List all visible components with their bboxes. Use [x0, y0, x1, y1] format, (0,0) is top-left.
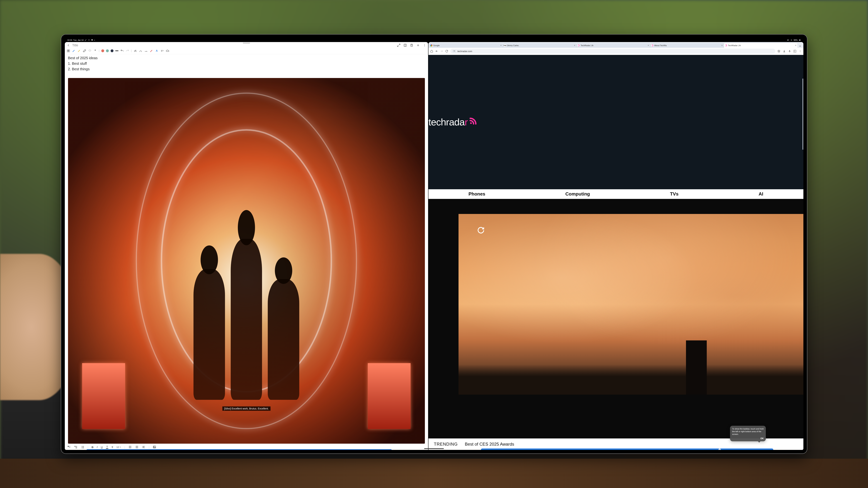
nav-forward-icon[interactable] [440, 50, 443, 53]
bop-favicon-icon: bop [504, 44, 506, 46]
close-tab-icon[interactable]: × [648, 44, 649, 47]
svg-point-15 [424, 46, 425, 46]
taskbar-knob[interactable] [718, 449, 721, 450]
reload-icon[interactable] [445, 50, 448, 53]
autofont-icon[interactable] [155, 49, 159, 53]
ai-tool-icon[interactable] [93, 49, 97, 53]
italic-button[interactable]: I [97, 446, 97, 449]
pen-tool-icon[interactable] [72, 49, 75, 53]
convert-text-icon[interactable] [160, 49, 164, 53]
note-text[interactable]: Best of 2025 ideas 1. Best stuff 2. Best… [68, 55, 425, 72]
checklist-icon[interactable] [67, 445, 71, 449]
highlighter-tool-icon[interactable] [77, 49, 81, 53]
svg-line-5 [397, 45, 399, 47]
close-tab-icon[interactable]: × [500, 44, 502, 47]
hero-media: TRENDING Best of CES 2025 Awards [429, 199, 803, 450]
reading-mode-icon[interactable] [403, 43, 407, 47]
browser-app: Google × bop Jimmy Carter, × TechRadar |… [429, 42, 803, 450]
note-line-1: Best of 2025 ideas [68, 55, 425, 61]
svg-rect-42 [153, 446, 156, 448]
nav-phones[interactable]: Phones [469, 191, 485, 197]
color-coral[interactable] [101, 50, 104, 52]
tab-jimmy-carter[interactable]: bop Jimmy Carter, × [503, 43, 577, 48]
techradar-favicon-icon [725, 44, 727, 46]
rss-icon [469, 117, 478, 128]
download-icon[interactable] [783, 50, 786, 53]
lasso-tool-icon[interactable] [88, 49, 92, 53]
text-format-toolbar: 1 | B I U T T 12 | | [65, 444, 428, 450]
underline-button[interactable]: U [101, 446, 103, 449]
techradar-logo[interactable]: techradar [429, 117, 478, 128]
tab-google[interactable]: Google × [429, 43, 503, 48]
align-icon[interactable] [142, 445, 146, 449]
cloud-icon [91, 39, 93, 41]
tablet-frame: 10:24 Tue, Jan 14 • 98% Title [61, 34, 807, 454]
background-icon[interactable] [153, 445, 156, 449]
close-tab-icon[interactable]: × [795, 44, 796, 47]
numbered-list-icon[interactable]: 1 [74, 445, 78, 449]
nav-tvs[interactable]: TVs [670, 191, 679, 197]
note-title-field[interactable]: Title [72, 43, 396, 47]
add-icon[interactable] [416, 43, 420, 47]
note-canvas[interactable]: Best of 2025 ideas 1. Best stuff 2. Best… [65, 54, 428, 444]
indent-left-icon[interactable] [128, 445, 132, 449]
tab-about-techradar[interactable]: About TechRa × [650, 43, 724, 48]
browser-more-icon[interactable] [799, 50, 802, 53]
embedded-video[interactable]: [Silvo] Excellent work, Brutus. Excellen… [68, 78, 425, 444]
straighten-icon[interactable] [139, 49, 143, 53]
taskbar-tooltip: To show the taskbar, touch and hold the … [730, 426, 766, 441]
webpage-viewport[interactable]: techradar Phones Com [429, 55, 803, 450]
note-line-2: 1. Best stuff [68, 61, 425, 66]
nav-ai[interactable]: AI [758, 191, 763, 197]
svg-rect-32 [82, 448, 84, 448]
undo-icon[interactable] [120, 49, 124, 53]
trending-story[interactable]: Best of CES 2025 Awards [465, 442, 514, 447]
strike-button[interactable]: T [112, 446, 113, 449]
tab-techradar-1[interactable]: TechRadar | th × [577, 43, 650, 48]
page-scrollbar[interactable] [802, 55, 803, 450]
url-field[interactable]: techradar.com [450, 48, 775, 54]
site-settings-icon[interactable] [453, 50, 456, 53]
svg-rect-30 [82, 446, 84, 447]
color-navy[interactable] [111, 50, 114, 52]
svg-point-58 [470, 122, 472, 124]
new-tab-button[interactable]: + [798, 44, 803, 48]
svg-rect-2 [799, 40, 800, 40]
indent-right-icon[interactable] [135, 445, 139, 449]
bullet-list-icon[interactable] [81, 445, 85, 449]
home-icon[interactable] [430, 50, 433, 53]
close-tab-icon[interactable]: × [574, 44, 575, 47]
svg-point-29 [82, 448, 82, 449]
mic-icon[interactable] [788, 50, 791, 53]
star-icon[interactable] [777, 50, 780, 53]
shape-pen-icon[interactable] [133, 49, 137, 53]
close-tab-icon[interactable]: × [721, 44, 723, 47]
laser-pen-icon[interactable] [150, 49, 153, 53]
back-icon[interactable] [67, 43, 70, 47]
notes-app: Title | [65, 42, 428, 450]
svg-line-4 [399, 44, 400, 45]
nav-computing[interactable]: Computing [565, 191, 590, 197]
nav-back-icon[interactable] [435, 50, 438, 53]
eraser-tool-icon[interactable] [83, 49, 86, 53]
redo-icon[interactable] [126, 49, 129, 53]
cloud-tool-icon[interactable] [166, 49, 169, 53]
tab-techradar-active[interactable]: TechRadar | th × [724, 43, 798, 48]
page-icon[interactable] [410, 43, 413, 47]
text-tool-icon[interactable] [67, 49, 70, 53]
gesture-bar[interactable] [424, 448, 444, 449]
handwriting-icon[interactable] [144, 49, 148, 53]
fontsize-control[interactable]: 12 [116, 446, 121, 449]
gmail-icon [88, 39, 90, 41]
expand-icon[interactable] [397, 43, 401, 47]
stroke-width[interactable] [115, 51, 119, 51]
more-icon[interactable] [423, 43, 426, 47]
url-text: techradar.com [458, 50, 472, 53]
tab-count-icon[interactable]: 5 [794, 50, 796, 53]
color-teal[interactable] [106, 50, 109, 52]
tooltip-text: To show the taskbar, touch and hold the … [732, 427, 764, 435]
tooltip-ok-button[interactable]: OK [732, 437, 764, 440]
textcolor-button[interactable]: T [106, 445, 108, 449]
bold-button[interactable]: B [91, 446, 93, 449]
media-reload-icon[interactable] [477, 226, 485, 234]
